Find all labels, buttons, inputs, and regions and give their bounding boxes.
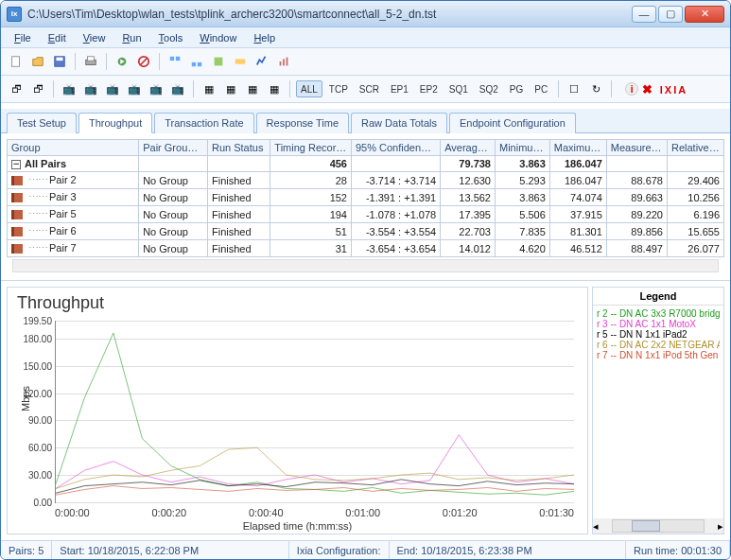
filter-icon[interactable]: 📺 (125, 79, 144, 98)
filter-sq1[interactable]: SQ1 (444, 80, 473, 97)
stop-icon[interactable] (134, 52, 153, 71)
grid-scrollbar[interactable] (12, 259, 719, 272)
tab-transaction-rate[interactable]: Transaction Rate (154, 113, 253, 133)
x-axis-label: Elapsed time (h:mm:ss) (13, 520, 582, 532)
filter-pc[interactable]: PC (530, 80, 552, 97)
tool-icon[interactable] (252, 52, 271, 71)
filter-icon[interactable]: ▦ (265, 79, 284, 98)
status-pairs: Pairs: 5 (1, 541, 52, 559)
menu-tools[interactable]: Tools (151, 30, 191, 45)
filter-icon[interactable]: 🗗 (7, 79, 26, 98)
legend-item[interactable]: r 6 -- DN AC 2x2 NETGEAR A (597, 340, 720, 350)
svg-rect-16 (287, 58, 288, 66)
svg-rect-2 (57, 58, 63, 61)
status-start: Start: 10/18/2015, 6:22:08 PM (52, 541, 289, 559)
tab-response-time[interactable]: Response Time (256, 113, 349, 133)
tab-raw-data-totals[interactable]: Raw Data Totals (351, 113, 447, 133)
table-row[interactable]: ⋯⋯Pair 5No GroupFinished194-1.078 : +1.0… (8, 206, 724, 223)
col-header[interactable]: Group (8, 140, 139, 156)
filter-icon[interactable]: 📺 (168, 79, 187, 98)
x-axis-ticks: 0:00:000:00:200:00:400:01:000:01:200:01:… (55, 507, 574, 518)
filter-icon[interactable]: 🗗 (28, 79, 47, 98)
filter-tcp[interactable]: TCP (324, 80, 353, 97)
tool-icon[interactable] (274, 52, 293, 71)
menu-edit[interactable]: Edit (41, 30, 74, 45)
table-row[interactable]: ⋯⋯Pair 6No GroupFinished51-3.554 : +3.55… (8, 223, 724, 240)
open-icon[interactable] (28, 52, 47, 71)
menubar: File Edit View Run Tools Window Help (1, 27, 730, 48)
x-tick-label: 0:01:20 (443, 507, 478, 518)
separator (106, 53, 107, 70)
x-tick-label: 0:00:40 (249, 507, 284, 518)
menu-run[interactable]: Run (114, 30, 148, 45)
legend-item[interactable]: r 5 -- DN N 1x1 iPad2 (597, 329, 720, 340)
table-row[interactable]: ⋯⋯Pair 2No GroupFinished28-3.714 : +3.71… (8, 172, 724, 189)
col-header[interactable]: Run Status (207, 140, 270, 156)
filter-icon[interactable]: ☐ (565, 79, 583, 98)
legend-item[interactable]: r 7 -- DN N 1x1 iPod 5th Gen (597, 350, 720, 360)
separator (159, 53, 160, 70)
tool-icon[interactable] (209, 52, 228, 71)
tool-icon[interactable] (187, 52, 206, 71)
table-row-all[interactable]: All Pairs45679.7383.863186.047 (8, 156, 724, 172)
brand-text: ✖ IXIA (642, 82, 687, 96)
col-header[interactable]: Maximum (Mbps) (549, 140, 606, 156)
menu-view[interactable]: View (76, 30, 113, 45)
new-icon[interactable] (7, 52, 26, 71)
run-icon[interactable] (113, 52, 131, 71)
filter-icon[interactable]: 📺 (81, 79, 100, 98)
filter-scr[interactable]: SCR (355, 80, 384, 97)
maximize-button[interactable]: ▢ (658, 6, 683, 23)
svg-rect-15 (283, 59, 285, 65)
chart-plot[interactable]: Mbps 0.0030.0060.0090.00120.00150.00180.… (55, 321, 574, 503)
close-button[interactable]: ✕ (685, 6, 724, 23)
filter-all[interactable]: ALL (296, 80, 322, 97)
filter-pg[interactable]: PG (505, 80, 528, 97)
filter-icon[interactable]: ▦ (221, 79, 240, 98)
filter-sq2[interactable]: SQ2 (475, 80, 503, 97)
menu-help[interactable]: Help (246, 30, 283, 45)
svg-rect-4 (88, 57, 95, 61)
tab-throughput[interactable]: Throughput (78, 113, 152, 133)
filter-icon[interactable]: 📺 (147, 79, 165, 98)
svg-line-7 (141, 59, 148, 65)
filter-icon[interactable]: 📺 (103, 79, 122, 98)
tab-test-setup[interactable]: Test Setup (7, 113, 77, 133)
col-header[interactable]: Pair Group Name (139, 140, 208, 156)
legend-scrollbar[interactable]: ◂▸ (593, 518, 723, 534)
tab-endpoint-configuration[interactable]: Endpoint Configuration (449, 113, 576, 133)
filter-icon[interactable]: ↻ (586, 79, 605, 98)
save-icon[interactable] (50, 52, 69, 71)
print-icon[interactable] (81, 52, 100, 71)
svg-rect-11 (198, 62, 201, 66)
tool-icon[interactable] (165, 52, 184, 71)
col-header[interactable]: Minimum (Mbps) (496, 140, 550, 156)
legend-items: r 2 -- DN AC 3x3 R7000 bridgr 3 -- DN AC… (593, 306, 723, 518)
filter-icon[interactable]: 📺 (60, 79, 78, 98)
col-header[interactable]: Timing Records Completed (270, 140, 352, 156)
legend-item[interactable]: r 3 -- DN AC 1x1 MotoX (597, 319, 720, 329)
col-header[interactable]: Average (Mbps) (441, 140, 496, 156)
col-header[interactable]: 95% Confidence Interval (351, 140, 440, 156)
legend-item[interactable]: r 2 -- DN AC 3x3 R7000 bridg (597, 308, 720, 319)
brand-logo: i ✖ IXIA (625, 82, 687, 96)
minimize-button[interactable]: — (632, 6, 656, 23)
chart-title: Throughput (17, 293, 582, 313)
filter-ep2[interactable]: EP2 (415, 80, 443, 97)
svg-rect-10 (192, 62, 196, 66)
y-tick-label: 150.00 (23, 360, 56, 371)
table-row[interactable]: ⋯⋯Pair 7No GroupFinished31-3.654 : +3.65… (8, 240, 724, 257)
col-header[interactable]: Relative Precision (668, 140, 724, 156)
y-tick-label: 180.00 (23, 333, 56, 343)
titlebar: Ix C:\Users\Tim\Desktop\wlan_tests\tplin… (1, 1, 730, 27)
table-row[interactable]: ⋯⋯Pair 3No GroupFinished152-1.391 : +1.3… (8, 189, 724, 206)
col-header[interactable]: Measured Time (sec) (606, 140, 667, 156)
menu-window[interactable]: Window (192, 30, 244, 45)
filter-icon[interactable]: ▦ (200, 79, 218, 98)
menu-file[interactable]: File (7, 30, 39, 45)
filter-ep1[interactable]: EP1 (386, 80, 413, 97)
y-tick-label: 60.00 (28, 443, 56, 453)
info-icon: i (625, 82, 638, 96)
filter-icon[interactable]: ▦ (243, 79, 262, 98)
tool-icon[interactable] (231, 52, 250, 71)
